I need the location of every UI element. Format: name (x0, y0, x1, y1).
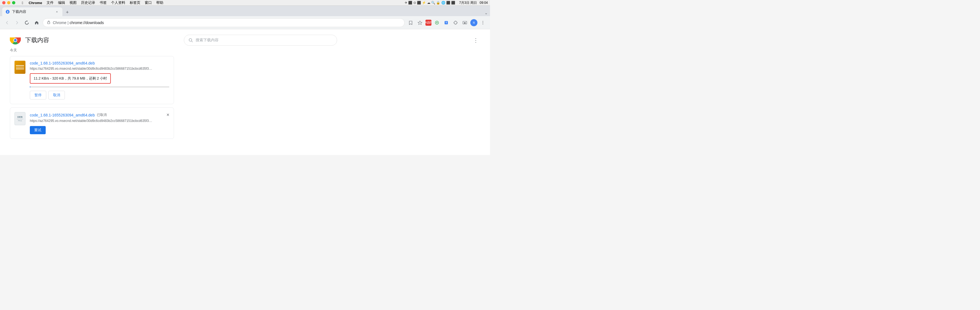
system-icons: ✈ ⬛ ⊙ ⬛ ⚡ ☁ 🔍 🔒 🌐 ⬛ ⬛ (405, 1, 455, 5)
download-item-1: code_1.68.1-1655263094_amd64.deb https:/… (10, 56, 174, 104)
menu-edit[interactable]: 编辑 (58, 0, 65, 5)
retry-button[interactable]: 重试 (30, 126, 46, 134)
app-name[interactable]: Chrome (29, 1, 42, 5)
close-button[interactable] (2, 1, 5, 5)
date-label: 7月3日 周日 (459, 1, 477, 5)
bookmark-icon[interactable] (407, 19, 415, 27)
download-1-actions: 暂停 取消 (30, 91, 169, 100)
menu-bookmarks[interactable]: 书签 (100, 0, 107, 5)
svg-text:T: T (445, 21, 447, 24)
back-button[interactable] (3, 19, 11, 27)
reload-button[interactable] (23, 19, 31, 27)
menu-profile[interactable]: 个人资料 (111, 0, 125, 5)
url-prefix: Chrome | (53, 21, 70, 25)
security-icon (47, 20, 51, 25)
svg-text:⬇: ⬇ (6, 10, 9, 13)
page-header: 下载内容 搜索下载内容 ⋮ (0, 29, 490, 48)
home-button[interactable] (33, 19, 40, 27)
dismiss-icon[interactable]: × (166, 112, 169, 118)
search-placeholder: 搜索下载内容 (196, 38, 219, 43)
download-1-filename[interactable]: code_1.68.1-1655263094_amd64.deb (30, 61, 95, 65)
maximize-button[interactable] (12, 1, 15, 5)
download-1-info: code_1.68.1-1655263094_amd64.deb https:/… (30, 61, 169, 100)
apple-menu[interactable]:  (22, 1, 23, 5)
svg-point-9 (483, 22, 483, 23)
menu-tabs[interactable]: 标签页 (130, 0, 140, 5)
page-title: 下载内容 (25, 36, 49, 44)
svg-point-15 (189, 38, 192, 41)
search-container: 搜索下载内容 (54, 35, 467, 46)
omnibox[interactable]: Chrome | chrome://downloads (43, 18, 405, 27)
star-icon[interactable] (416, 19, 424, 27)
download-1-url: https://az764295.vo.msecnd.net/stable/30… (30, 67, 156, 71)
pause-button[interactable]: 暂停 (30, 91, 46, 100)
menu-bar-right: ✈ ⬛ ⊙ ⬛ ⚡ ☁ 🔍 🔒 🌐 ⬛ ⬛ 7月3日 周日 09:04 (405, 0, 488, 5)
file-icon-archive (14, 61, 25, 74)
cancel-button[interactable]: 取消 (48, 91, 65, 100)
download-2-actions: 重试 (30, 126, 169, 134)
tab-favicon: ⬇ (5, 9, 10, 14)
tab-bar-controls: ⌄ (482, 11, 488, 16)
svg-rect-7 (464, 22, 466, 24)
menu-help[interactable]: 帮助 (156, 0, 163, 5)
svg-point-14 (14, 39, 17, 41)
profile-icon[interactable]: π (470, 19, 477, 26)
cancelled-label: 已取消 (97, 112, 107, 117)
extensions-button[interactable] (452, 19, 459, 27)
more-menu-button[interactable] (479, 19, 487, 27)
more-options-button[interactable]: ⋮ (471, 36, 480, 44)
url-value: chrome://downloads (70, 21, 104, 25)
file-icon-deb: DEB PKG (14, 112, 25, 125)
menu-window[interactable]: 窗口 (145, 0, 152, 5)
address-bar: Chrome | chrome://downloads ABP T π (0, 16, 490, 29)
download-1-progress-fill (30, 86, 30, 87)
download-2-info: code_1.68.1-1655263094_amd64.deb 已取消 × h… (30, 112, 169, 134)
tab-title: 下载内容 (12, 9, 52, 14)
download-1-progress-bar (30, 86, 169, 87)
svg-line-16 (191, 41, 192, 42)
search-icon (188, 38, 193, 43)
section-today-label: 今天 (10, 48, 480, 53)
traffic-lights (2, 1, 15, 5)
menu-history[interactable]: 历史记录 (81, 0, 95, 5)
forward-button[interactable] (13, 19, 21, 27)
menu-date-time: 7月3日 周日 09:04 (459, 0, 488, 5)
extension-icon-2[interactable]: T (442, 19, 450, 27)
extension-icon-1[interactable] (433, 19, 441, 27)
new-tab-button[interactable]: + (64, 8, 71, 16)
chrome-logo (10, 35, 21, 46)
minimize-button[interactable] (7, 1, 10, 5)
download-2-filename[interactable]: code_1.68.1-1655263094_amd64.deb (30, 113, 95, 117)
active-tab[interactable]: ⬇ 下载内容 × (2, 7, 62, 16)
svg-point-8 (483, 21, 483, 21)
download-2-url: https://az764295.vo.msecnd.net/stable/30… (30, 119, 156, 123)
tab-bar: ⬇ 下载内容 × + ⌄ (0, 6, 490, 16)
url-display: Chrome | chrome://downloads (53, 21, 104, 25)
address-bar-right: ABP T π (407, 19, 487, 27)
tab-close-button[interactable]: × (55, 9, 59, 14)
menu-bar:  Chrome 文件 编辑 视图 历史记录 书签 个人资料 标签页 窗口 帮助… (0, 0, 490, 6)
search-box[interactable]: 搜索下载内容 (184, 35, 337, 46)
cast-icon[interactable] (461, 19, 469, 27)
menu-view[interactable]: 视图 (70, 0, 76, 5)
abp-icon[interactable]: ABP (425, 20, 431, 26)
svg-point-10 (483, 24, 483, 24)
time-label: 09:04 (480, 1, 488, 5)
downloads-section: 今天 code_1.68.1-1655263094_amd64.deb http… (0, 48, 490, 149)
content-area: 下载内容 搜索下载内容 ⋮ 今天 code_1.68.1-1655263094_… (0, 29, 490, 155)
cancelled-header: code_1.68.1-1655263094_amd64.deb 已取消 × (30, 112, 169, 118)
download-item-2: DEB PKG code_1.68.1-1655263094_amd64.deb… (10, 108, 174, 139)
menu-file[interactable]: 文件 (46, 0, 54, 5)
download-1-status: 11.2 KB/s - 320 KB，共 79.8 MB，还剩 2 小时 (30, 73, 111, 84)
svg-rect-2 (48, 22, 50, 24)
